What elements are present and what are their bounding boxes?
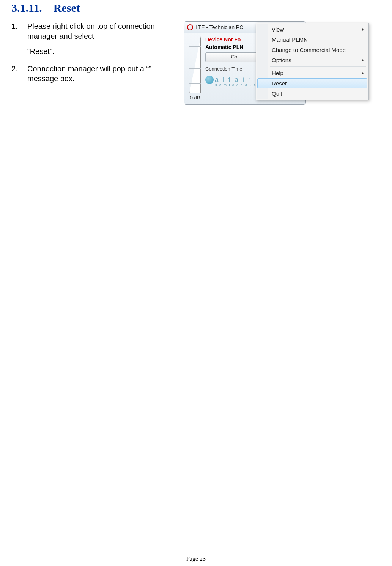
signal-meter bbox=[189, 36, 201, 93]
menu-item-label: View bbox=[272, 26, 284, 33]
menu-separator bbox=[270, 66, 366, 67]
heading-title: Reset bbox=[54, 2, 80, 14]
instruction-step-2: Connection manager will pop out a “” mes… bbox=[11, 64, 178, 84]
menu-item-quit[interactable]: Quit bbox=[257, 88, 367, 99]
menu-item-label: Reset bbox=[272, 80, 287, 87]
step-1-text: Please right click on top of connection … bbox=[27, 22, 155, 40]
step-1-quoted: “Reset”. bbox=[27, 46, 178, 56]
submenu-arrow-icon bbox=[362, 71, 364, 75]
page-footer: Page 23 bbox=[0, 553, 392, 562]
submenu-arrow-icon bbox=[362, 58, 364, 62]
menu-item-view[interactable]: View bbox=[257, 24, 367, 35]
signal-db-label: 0 dB bbox=[190, 95, 200, 101]
heading-number: 3.1.11. bbox=[11, 2, 42, 14]
instruction-text-column: Please right click on top of connection … bbox=[11, 21, 178, 91]
menu-item-label: Change to Commercial Mode bbox=[272, 47, 346, 53]
menu-item-help[interactable]: Help bbox=[257, 68, 367, 78]
app-icon bbox=[187, 24, 193, 30]
screenshot-figure: LTE - Technician PC 0 dB bbox=[184, 21, 381, 120]
menu-item-label: Quit bbox=[272, 90, 282, 97]
section-heading: 3.1.11.Reset bbox=[11, 2, 381, 14]
signal-strength-column: 0 dB bbox=[188, 36, 202, 101]
brand-logo-text: a l t a i r bbox=[215, 76, 252, 84]
menu-item-options[interactable]: Options bbox=[257, 55, 367, 65]
menu-item-reset[interactable]: Reset bbox=[257, 78, 367, 88]
page-number: Page 23 bbox=[186, 555, 206, 562]
instruction-step-1: Please right click on top of connection … bbox=[11, 21, 178, 56]
submenu-arrow-icon bbox=[362, 28, 364, 32]
menu-item-manual-plmn[interactable]: Manual PLMN bbox=[257, 35, 367, 45]
menu-item-label: Help bbox=[272, 70, 283, 76]
window-title: LTE - Technician PC bbox=[195, 24, 243, 30]
menu-item-label: Options bbox=[272, 57, 291, 63]
instruction-list: Please right click on top of connection … bbox=[11, 21, 178, 84]
step-2-text: Connection manager will pop out a “” mes… bbox=[27, 65, 151, 83]
brand-logo-icon bbox=[205, 76, 214, 84]
menu-item-label: Manual PLMN bbox=[272, 36, 308, 43]
footer-rule bbox=[11, 553, 381, 553]
connect-button[interactable]: Co bbox=[205, 52, 263, 62]
context-menu: View Manual PLMN Change to Commercial Mo… bbox=[256, 23, 369, 100]
menu-item-change-mode[interactable]: Change to Commercial Mode bbox=[257, 45, 367, 55]
